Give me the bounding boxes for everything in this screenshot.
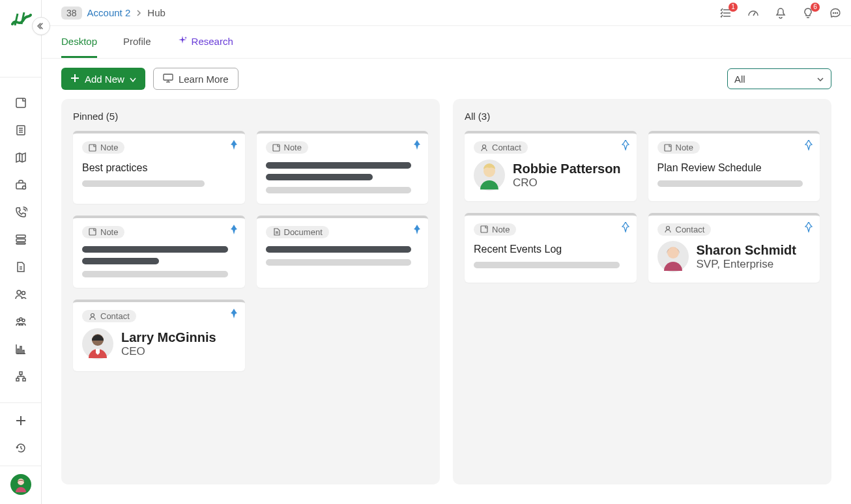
tasks-icon[interactable]: 1 — [719, 7, 732, 20]
pin-icon[interactable] — [412, 225, 422, 238]
nav-people-icon[interactable] — [14, 287, 28, 301]
breadcrumb-badge: 38 — [61, 7, 82, 20]
filter-selected: All — [734, 74, 745, 85]
divider — [0, 77, 41, 77]
breadcrumb-page: Hub — [147, 7, 166, 18]
pinned-card-contact[interactable]: Contact Larry McGinnis CEO — [73, 300, 245, 371]
nav-book-icon[interactable] — [14, 123, 28, 137]
svg-rect-27 — [16, 378, 19, 381]
pin-outline-icon[interactable] — [804, 222, 813, 235]
tab-research[interactable]: Research — [177, 26, 233, 58]
svg-point-57 — [91, 313, 94, 316]
nav-group-icon[interactable] — [14, 315, 28, 329]
breadcrumb-account-link[interactable]: Account 2 — [87, 7, 131, 18]
contact-role: SVP, Enterprise — [697, 258, 796, 271]
card-tag-label: Document — [284, 227, 323, 237]
svg-point-45 — [835, 12, 836, 13]
all-card[interactable]: Note Plan Review Schedule — [648, 131, 820, 201]
svg-rect-24 — [20, 346, 22, 354]
card-tag: Contact — [657, 223, 712, 236]
sparkle-icon — [177, 35, 188, 48]
card-tag: Note — [474, 223, 516, 236]
card-tag-label: Contact — [100, 311, 130, 321]
contact-name: Robbie Patterson — [513, 161, 621, 176]
learn-more-label: Learn More — [179, 74, 229, 85]
pin-outline-icon[interactable] — [621, 222, 630, 235]
card-tag: Contact — [82, 310, 136, 322]
svg-line-42 — [753, 12, 755, 16]
nav-chart-icon[interactable] — [14, 342, 28, 356]
add-new-button[interactable]: Add New — [61, 68, 145, 90]
pinned-card[interactable]: Note Best practices — [73, 131, 245, 204]
svg-rect-13 — [16, 243, 25, 244]
svg-rect-49 — [164, 74, 173, 80]
nav-map-icon[interactable] — [14, 150, 28, 165]
pin-outline-icon[interactable] — [804, 140, 813, 153]
card-tag-label: Note — [100, 227, 118, 237]
all-card[interactable]: Note Recent Events Log — [465, 213, 637, 283]
svg-point-46 — [837, 12, 838, 13]
plus-icon — [70, 74, 79, 85]
chat-icon[interactable] — [829, 7, 842, 20]
nav-history-icon[interactable] — [14, 441, 28, 455]
lightbulb-icon[interactable]: 6 — [801, 7, 815, 20]
placeholder-line — [266, 174, 373, 180]
all-card-contact[interactable]: Contact Sharon Schmidt SVP, Enterprise — [648, 213, 820, 283]
pin-outline-icon[interactable] — [621, 140, 630, 153]
tab-desktop[interactable]: Desktop — [61, 26, 97, 58]
tips-badge: 6 — [811, 3, 820, 12]
contact-name: Larry McGinnis — [121, 329, 216, 345]
svg-point-17 — [22, 292, 25, 295]
pinned-card[interactable]: Note — [73, 216, 245, 288]
nav-server-icon[interactable] — [14, 232, 28, 247]
add-new-label: Add New — [85, 74, 124, 85]
svg-rect-23 — [18, 349, 19, 354]
nav-phone-icon[interactable] — [14, 205, 28, 219]
tabs: Desktop Profile Research — [42, 26, 851, 59]
pinned-card[interactable]: Note — [257, 131, 429, 204]
card-tag-label: Note — [492, 225, 510, 234]
pin-icon[interactable] — [229, 140, 238, 153]
svg-rect-52 — [89, 145, 96, 151]
all-header: All (3) — [465, 111, 820, 122]
svg-rect-11 — [16, 235, 25, 238]
pin-icon[interactable] — [412, 140, 422, 153]
card-tag: Note — [82, 226, 124, 238]
nav-document-icon[interactable] — [14, 260, 28, 274]
chevron-right-icon — [136, 10, 142, 16]
svg-point-38 — [18, 479, 24, 485]
card-tag-label: Note — [100, 143, 118, 152]
caret-down-icon — [130, 74, 136, 85]
nav-briefcase-icon[interactable] — [14, 178, 28, 192]
pin-icon[interactable] — [229, 309, 238, 322]
pinned-header: Pinned (5) — [73, 111, 428, 122]
pinned-card[interactable]: Document — [257, 216, 429, 288]
svg-rect-12 — [16, 239, 25, 242]
learn-more-button[interactable]: Learn More — [153, 68, 238, 90]
card-tag-label: Contact — [492, 143, 521, 152]
dashboard-icon[interactable] — [747, 7, 760, 20]
nav-org-icon[interactable] — [14, 369, 28, 384]
pin-icon[interactable] — [229, 225, 238, 238]
nav-add-icon[interactable] — [14, 413, 28, 428]
tab-profile[interactable]: Profile — [123, 26, 151, 58]
sidebar-collapse-button[interactable] — [32, 17, 50, 35]
tab-research-label: Research — [192, 36, 233, 47]
svg-point-65 — [666, 227, 669, 230]
svg-point-16 — [17, 290, 21, 294]
toolbar: Add New Learn More All — [42, 59, 851, 90]
svg-rect-28 — [23, 378, 25, 381]
filter-select[interactable]: All — [727, 68, 831, 89]
all-card-contact[interactable]: Contact Robbie Patterson CRO — [465, 131, 637, 201]
svg-point-44 — [833, 12, 834, 13]
main-area: 38 Account 2 Hub 1 6 — [42, 0, 851, 504]
contact-avatar — [82, 328, 113, 359]
divider — [0, 402, 41, 403]
user-avatar[interactable] — [10, 474, 31, 495]
svg-line-1 — [22, 12, 24, 24]
bell-icon[interactable] — [774, 7, 787, 20]
monitor-icon — [163, 74, 173, 85]
nav-note-icon[interactable] — [14, 96, 28, 110]
breadcrumb: 38 Account 2 Hub — [61, 7, 166, 20]
svg-rect-64 — [481, 226, 487, 232]
